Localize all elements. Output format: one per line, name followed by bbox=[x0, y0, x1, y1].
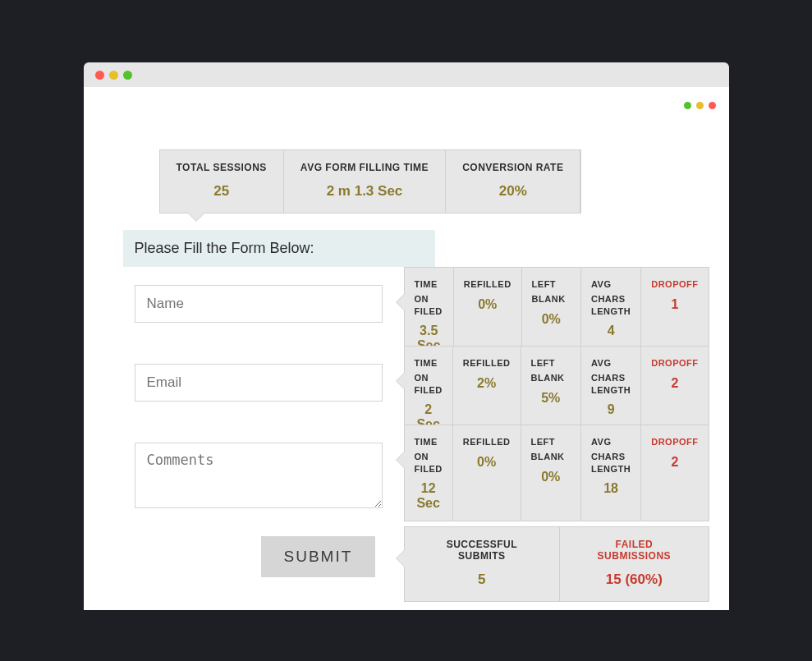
email-input[interactable] bbox=[135, 364, 383, 402]
stat-fill-time-value: 2 m 1.3 Sec bbox=[300, 183, 429, 200]
submit-row: SUBMIT SUCCESSFUL SUBMITS5 FAILED SUBMIS… bbox=[103, 536, 709, 577]
name-field-row: TIME ONFILED3.5 Sec REFILLED0% LEFT BLAN… bbox=[103, 285, 709, 323]
close-icon[interactable] bbox=[95, 71, 104, 80]
email-field-row: TIME ONFILED2 Sec REFILLED2% LEFT BLANK5… bbox=[103, 364, 709, 402]
window-titlebar bbox=[84, 62, 729, 87]
tooltip-tail-icon bbox=[397, 452, 405, 468]
tooltip-tail-icon bbox=[397, 373, 405, 389]
form-instruction: Please Fill the Form Below: bbox=[123, 230, 435, 267]
stat-fill-time: AVG FORM FILLING TIME 2 m 1.3 Sec bbox=[284, 150, 446, 213]
submit-stats-badge: SUCCESSFUL SUBMITS5 FAILED SUBMISSIONS15… bbox=[404, 526, 709, 602]
submit-button[interactable]: SUBMIT bbox=[261, 536, 376, 577]
tooltip-tail-icon bbox=[397, 550, 405, 567]
status-dot-red-icon bbox=[709, 102, 716, 109]
maximize-icon[interactable] bbox=[123, 71, 132, 80]
stat-fill-time-label: AVG FORM FILLING TIME bbox=[300, 162, 429, 173]
status-dot-green-icon bbox=[684, 102, 691, 109]
stat-sessions-value: 25 bbox=[177, 183, 267, 200]
comments-input[interactable] bbox=[135, 443, 383, 508]
stat-conversion-value: 20% bbox=[462, 183, 563, 200]
status-dots bbox=[684, 102, 716, 109]
stat-sessions-label: TOTAL SESSIONS bbox=[177, 162, 267, 173]
status-dot-yellow-icon bbox=[696, 102, 704, 109]
stat-sessions: TOTAL SESSIONS 25 bbox=[160, 150, 284, 213]
comments-stats-badge: TIME ONFILED12 Sec REFILLED0% LEFT BLANK… bbox=[404, 425, 709, 521]
stat-conversion-label: CONVERSION RATE bbox=[462, 162, 563, 173]
name-input[interactable] bbox=[135, 285, 383, 323]
tooltip-tail-icon bbox=[188, 213, 204, 221]
summary-stats: TOTAL SESSIONS 25 AVG FORM FILLING TIME … bbox=[159, 149, 582, 213]
browser-window: TOTAL SESSIONS 25 AVG FORM FILLING TIME … bbox=[84, 62, 729, 610]
page-content: TOTAL SESSIONS 25 AVG FORM FILLING TIME … bbox=[84, 87, 729, 610]
stat-conversion: CONVERSION RATE 20% bbox=[446, 150, 580, 213]
comments-field-row: TIME ONFILED12 Sec REFILLED0% LEFT BLANK… bbox=[103, 443, 709, 512]
tooltip-tail-icon bbox=[397, 294, 405, 310]
minimize-icon[interactable] bbox=[109, 71, 118, 80]
